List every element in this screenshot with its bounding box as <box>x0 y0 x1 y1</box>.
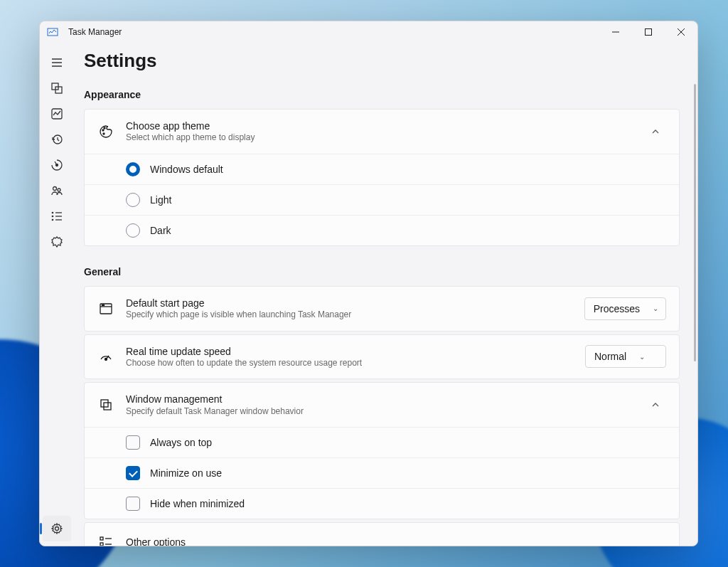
svg-point-28 <box>102 304 102 305</box>
theme-row[interactable]: Choose app theme Select which app theme … <box>85 110 679 154</box>
radio-unchecked-icon <box>126 193 140 207</box>
speed-icon <box>97 349 114 364</box>
startup-apps-nav-icon[interactable] <box>43 152 71 178</box>
close-button[interactable] <box>665 21 697 43</box>
chevron-up-icon <box>645 127 666 136</box>
update-speed-title: Real time update speed <box>126 345 585 358</box>
sidebar <box>40 43 74 546</box>
appearance-header: Appearance <box>84 89 680 100</box>
svg-rect-32 <box>101 400 108 407</box>
svg-point-17 <box>52 216 53 216</box>
update-speed-subtitle: Choose how often to update the system re… <box>126 358 585 369</box>
checkbox-unchecked-icon <box>126 435 140 450</box>
minimize-button[interactable] <box>599 21 632 43</box>
general-header: General <box>84 266 680 277</box>
window-title: Task Manager <box>68 27 599 37</box>
update-speed-select[interactable]: Normal ⌄ <box>585 345 666 368</box>
theme-option-windows-default[interactable]: Windows default <box>85 154 679 185</box>
update-speed-row: Real time update speed Choose how often … <box>85 335 679 379</box>
svg-point-29 <box>103 304 104 305</box>
svg-point-24 <box>104 127 105 129</box>
svg-point-22 <box>55 527 59 531</box>
svg-rect-34 <box>100 537 103 540</box>
svg-point-25 <box>103 133 105 134</box>
update-speed-card: Real time update speed Choose how often … <box>84 334 680 380</box>
window-management-card: Window management Specify default Task M… <box>84 382 680 519</box>
other-options-card: Other options <box>84 522 680 546</box>
minimize-on-use-option[interactable]: Minimize on use <box>85 458 679 489</box>
window-mgmt-subtitle: Specify default Task Manager window beha… <box>126 406 645 418</box>
always-on-top-option[interactable]: Always on top <box>85 428 679 458</box>
chevron-up-icon <box>645 401 666 409</box>
app-icon <box>47 26 58 38</box>
performance-nav-icon[interactable] <box>43 101 71 127</box>
window-mgmt-title: Window management <box>126 393 645 406</box>
svg-rect-35 <box>100 543 103 546</box>
start-page-title: Default start page <box>126 297 584 309</box>
theme-title: Choose app theme <box>126 120 645 132</box>
hamburger-menu-button[interactable] <box>43 50 71 75</box>
theme-card: Choose app theme Select which app theme … <box>84 109 680 246</box>
chevron-down-icon: ⌄ <box>653 304 658 312</box>
theme-option-dark[interactable]: Dark <box>85 216 679 245</box>
svg-rect-2 <box>646 29 652 36</box>
svg-point-16 <box>52 212 53 213</box>
svg-point-15 <box>58 189 60 191</box>
start-page-card: Default start page Specify which page is… <box>84 286 680 332</box>
users-nav-icon[interactable] <box>43 178 71 203</box>
checkbox-unchecked-icon <box>126 497 140 511</box>
settings-nav-icon[interactable] <box>43 516 71 541</box>
svg-point-23 <box>102 129 104 131</box>
svg-point-14 <box>53 187 57 191</box>
start-page-select[interactable]: Processes ⌄ <box>584 297 666 320</box>
radio-unchecked-icon <box>126 223 140 238</box>
app-history-nav-icon[interactable] <box>43 127 71 152</box>
chevron-down-icon: ⌄ <box>639 353 645 361</box>
palette-icon <box>97 124 114 139</box>
options-list-icon <box>97 535 114 546</box>
window-management-row[interactable]: Window management Specify default Task M… <box>85 383 679 428</box>
task-manager-window: Task Manager <box>39 21 698 546</box>
settings-content[interactable]: Settings Appearance Choose app theme Sel… <box>74 43 697 546</box>
radio-checked-icon <box>126 162 140 176</box>
theme-subtitle: Select which app theme to display <box>126 132 645 144</box>
theme-option-light[interactable]: Light <box>85 185 679 216</box>
page-title: Settings <box>84 50 680 72</box>
start-page-subtitle: Specify which page is visible when launc… <box>126 309 584 321</box>
hide-when-minimized-option[interactable]: Hide when minimized <box>85 489 679 519</box>
window-controls <box>599 21 697 43</box>
windows-icon <box>97 398 114 412</box>
page-icon <box>97 302 114 316</box>
title-bar[interactable]: Task Manager <box>40 21 697 43</box>
maximize-button[interactable] <box>632 21 665 43</box>
other-options-title: Other options <box>126 536 666 546</box>
other-options-row[interactable]: Other options <box>85 523 679 546</box>
svg-rect-33 <box>104 403 111 410</box>
start-page-row: Default start page Specify which page is… <box>85 287 679 331</box>
scrollbar-indicator[interactable] <box>694 84 696 361</box>
svg-point-18 <box>52 219 53 220</box>
details-nav-icon[interactable] <box>43 203 71 229</box>
services-nav-icon[interactable] <box>43 229 71 255</box>
checkbox-checked-icon <box>126 466 140 480</box>
processes-nav-icon[interactable] <box>43 75 71 101</box>
